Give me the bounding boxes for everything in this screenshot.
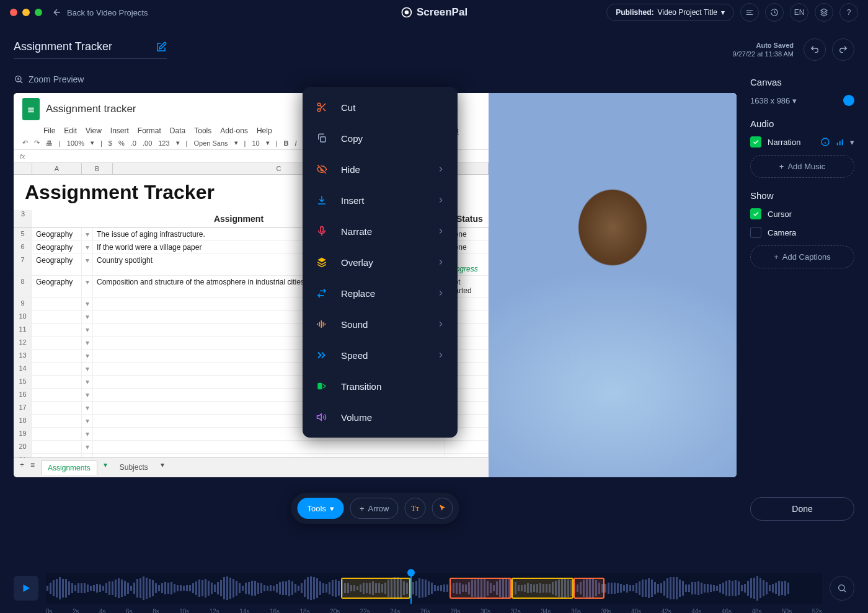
chevron-right-icon	[436, 320, 445, 329]
timeline-mark: 32s	[511, 608, 521, 613]
text-tool-button[interactable]: Tт	[404, 498, 425, 519]
edit-title-icon[interactable]	[156, 42, 167, 53]
timeline-mark: 44s	[691, 608, 701, 613]
play-button[interactable]	[14, 576, 38, 601]
svg-rect-8	[837, 143, 838, 145]
menu-format: Format	[138, 126, 161, 135]
project-title: Assignment Tracker	[14, 40, 167, 59]
info-icon[interactable]	[820, 137, 830, 147]
menu-item-hide[interactable]: Hide	[303, 154, 458, 185]
menu-file: File	[43, 126, 55, 135]
undo-button[interactable]	[804, 38, 826, 61]
timeline-search-button[interactable]	[830, 576, 854, 601]
timeline-mark: 22s	[360, 608, 370, 613]
add-captions-button[interactable]: + Add Captions	[750, 245, 854, 268]
clip-segment[interactable]	[574, 578, 604, 599]
menu-item-narrate[interactable]: Narrate	[303, 216, 458, 247]
minimize-window-button[interactable]	[22, 9, 30, 16]
insert-icon	[315, 193, 329, 207]
cursor-icon	[438, 504, 446, 513]
publish-dropdown[interactable]: Published: Video Project Title ▾	[606, 4, 734, 21]
narration-checkbox[interactable]	[750, 136, 761, 148]
menu-item-speed[interactable]: Speed	[303, 340, 458, 371]
timeline-track[interactable]: 0s2s4s6s8s10s12s14s16s18s20s22s24s26s28s…	[46, 573, 822, 604]
overlay-icon	[315, 255, 329, 269]
list-button[interactable]	[740, 3, 759, 22]
project-title-text: Assignment Tracker	[14, 40, 112, 53]
history-button[interactable]	[765, 3, 784, 22]
layers-button[interactable]	[815, 3, 833, 22]
timeline-mark: 18s	[300, 608, 310, 613]
tools-label: Tools	[308, 504, 326, 513]
help-button[interactable]: ?	[839, 3, 858, 22]
svg-point-21	[839, 585, 844, 591]
tools-dropdown-button[interactable]: Tools ▾	[298, 498, 344, 519]
back-button[interactable]: Back to Video Projects	[52, 7, 148, 17]
cursor-checkbox[interactable]	[750, 208, 761, 219]
timeline-mark: 42s	[662, 608, 671, 613]
timeline-mark: 38s	[601, 608, 611, 613]
window-controls	[10, 9, 42, 16]
menu-item-transition[interactable]: Transition	[303, 371, 458, 402]
svg-rect-14	[321, 227, 324, 232]
maximize-window-button[interactable]	[35, 9, 42, 16]
question-icon: ?	[847, 8, 851, 17]
timeline-mark: 12s	[210, 608, 219, 613]
svg-rect-13	[321, 137, 326, 142]
close-window-button[interactable]	[10, 9, 17, 16]
add-arrow-button[interactable]: + Arrow	[350, 498, 399, 519]
clip-segment[interactable]	[341, 578, 411, 599]
caret-down-icon[interactable]: ▾	[850, 138, 854, 147]
done-button[interactable]: Done	[750, 497, 854, 521]
timeline-mark: 52s	[812, 608, 822, 613]
toolbar-font: Open Sans	[193, 139, 228, 147]
autosave-label: Auto Saved	[733, 41, 794, 50]
clip-segment[interactable]	[450, 578, 512, 599]
menu-item-insert[interactable]: Insert	[303, 185, 458, 216]
menu-item-label: Volume	[341, 412, 372, 423]
canvas-size-dropdown[interactable]: 1638 x 986 ▾	[750, 96, 797, 105]
menu-item-replace[interactable]: Replace	[303, 278, 458, 309]
app-logo: ScreenPal	[401, 6, 467, 19]
tools-context-menu: CutCopyHideInsertNarrateOverlayReplaceSo…	[303, 87, 458, 438]
sheet-tab-subjects: Subjects	[113, 461, 154, 475]
timeline-mark: 20s	[330, 608, 340, 613]
camera-checkbox[interactable]	[750, 227, 761, 238]
svg-point-12	[317, 108, 321, 112]
canvas-color-swatch[interactable]	[843, 95, 854, 106]
clip-segment[interactable]	[512, 578, 574, 599]
done-label: Done	[792, 504, 812, 514]
menu-item-sound[interactable]: Sound	[303, 309, 458, 340]
menu-item-label: Narrate	[341, 226, 372, 237]
back-label: Back to Video Projects	[67, 8, 148, 17]
menu-item-label: Copy	[341, 133, 363, 144]
menu-item-volume[interactable]: Volume	[303, 402, 458, 433]
toolbar-size: 10	[252, 139, 259, 147]
redo-button[interactable]	[832, 38, 854, 61]
zoom-preview-button[interactable]: Zoom Preview	[14, 74, 737, 84]
timeline-mark: 4s	[99, 608, 106, 613]
svg-rect-3	[28, 108, 33, 109]
add-music-button[interactable]: + Add Music	[750, 155, 854, 178]
cursor-label: Cursor	[768, 209, 792, 219]
bars-icon[interactable]	[835, 137, 845, 147]
menu-item-label: Sound	[341, 319, 368, 330]
narration-label: Narration	[768, 138, 800, 147]
menu-item-overlay[interactable]: Overlay	[303, 247, 458, 278]
toolbar-num: 123	[158, 139, 169, 147]
menu-item-copy[interactable]: Copy	[303, 123, 458, 154]
language-button[interactable]: EN	[790, 3, 808, 22]
menu-item-label: Transition	[341, 381, 381, 392]
menu-item-label: Overlay	[341, 257, 373, 268]
timeline-marks: 0s2s4s6s8s10s12s14s16s18s20s22s24s26s28s…	[46, 608, 822, 613]
language-label: EN	[794, 8, 805, 17]
timeline-mark: 2s	[73, 608, 79, 613]
sheet-doc-title: Assignment tracker	[46, 103, 136, 115]
menu-item-cut[interactable]: Cut	[303, 92, 458, 123]
menu-item-label: Cut	[341, 102, 355, 113]
plus-icon: +	[774, 252, 779, 262]
table-row: 20▾	[14, 441, 489, 454]
publish-status-label: Published:	[616, 8, 653, 17]
playhead[interactable]	[410, 573, 412, 604]
cursor-tool-button[interactable]	[432, 498, 453, 519]
